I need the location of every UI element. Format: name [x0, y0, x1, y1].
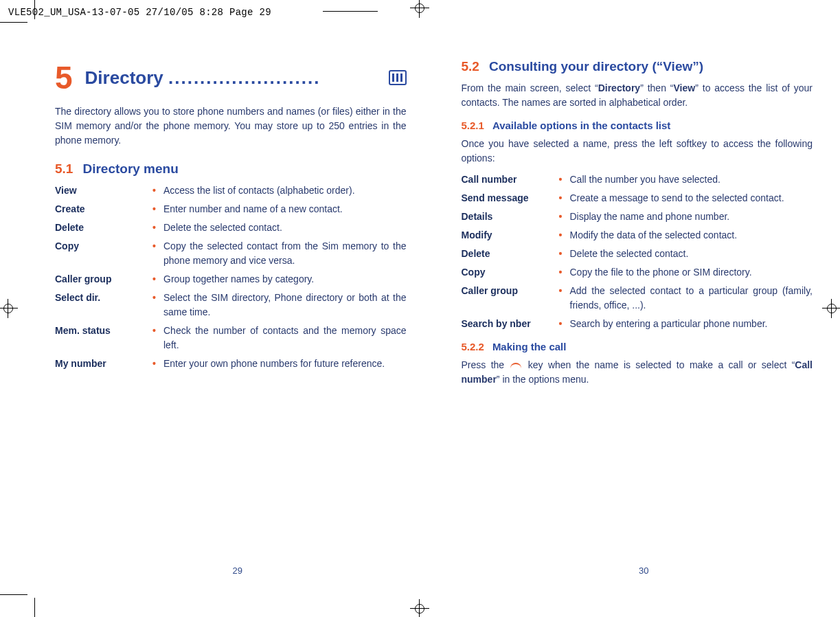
- list-item: Copy•Copy the selected contact from the …: [55, 239, 407, 268]
- term: Copy: [462, 265, 559, 280]
- description: Delete the selected contact.: [570, 247, 813, 261]
- list-item: Select dir.•Select the SIM directory, Ph…: [55, 291, 407, 319]
- bullet-icon: •: [559, 228, 570, 243]
- bullet-icon: •: [559, 284, 570, 298]
- list-item: Caller group•Group together names by cat…: [55, 272, 407, 287]
- term: Mem. status: [55, 324, 152, 338]
- registration-mark-bottom: [410, 599, 429, 617]
- term: Modify: [462, 228, 559, 243]
- prepress-slug: VLE502_UM_USA-13-07-05 27/10/05 8:28 Pag…: [8, 7, 271, 18]
- subsection-title: Available options in the contacts list: [492, 120, 671, 131]
- bullet-icon: •: [152, 239, 163, 254]
- term: My number: [55, 357, 152, 371]
- term: Delete: [55, 221, 152, 235]
- list-item: Search by nber•Search by entering a part…: [462, 317, 813, 331]
- page-number: 30: [462, 565, 827, 576]
- call-key-icon: [510, 363, 521, 368]
- bullet-icon: •: [559, 210, 570, 224]
- description: Access the list of contacts (alphabetic …: [163, 183, 407, 198]
- section-5-2-paragraph: From the main screen, select “Directory”…: [462, 81, 813, 110]
- list-item: Delete•Delete the selected contact.: [462, 247, 813, 261]
- bullet-icon: •: [152, 183, 163, 198]
- bullet-icon: •: [559, 317, 570, 331]
- list-item: Send message•Create a message to send to…: [462, 191, 813, 205]
- bullet-icon: •: [559, 265, 570, 280]
- subsection-5-2-1-paragraph: Once you have selected a name, press the…: [462, 137, 813, 166]
- section-title: Directory menu: [82, 161, 178, 176]
- description: Display the name and phone number.: [570, 210, 813, 224]
- bullet-icon: •: [152, 324, 163, 338]
- list-item: Caller group•Add the selected contact to…: [462, 284, 813, 313]
- list-item: My number•Enter your own phone numbers f…: [55, 357, 407, 371]
- chapter-title-text: Directory: [85, 67, 163, 88]
- bullet-icon: •: [152, 221, 163, 235]
- description: Search by entering a particular phone nu…: [570, 317, 813, 331]
- description: Copy the selected contact from the Sim m…: [163, 239, 407, 268]
- chapter-number: 5: [55, 62, 73, 93]
- description: Add the selected contact to a particular…: [570, 284, 813, 313]
- crop-mark: [0, 22, 27, 23]
- term: Select dir.: [55, 291, 152, 305]
- crop-mark: [34, 0, 35, 19]
- intro-paragraph: The directory allows you to store phone …: [55, 104, 407, 148]
- list-item: Copy•Copy the file to the phone or SIM d…: [462, 265, 813, 280]
- chapter-title: Directory ........................: [85, 67, 376, 89]
- slug-rule: [323, 11, 378, 12]
- subsection-number: 5.2.1: [462, 120, 484, 131]
- description: Copy the file to the phone or SIM direct…: [570, 265, 813, 280]
- page-spread: 5 Directory ........................ The…: [48, 48, 819, 576]
- description: Enter your own phone numbers for future …: [163, 357, 407, 371]
- subsection-title: Making the call: [492, 341, 567, 352]
- description: Select the SIM directory, Phone director…: [163, 291, 407, 319]
- description: Modify the data of the selected contact.: [570, 228, 813, 243]
- crop-mark: [0, 594, 27, 595]
- list-item: View•Access the list of contacts (alphab…: [55, 183, 407, 198]
- chapter-heading: 5 Directory ........................: [55, 62, 407, 93]
- description: Create a message to send to the selected…: [570, 191, 813, 205]
- page-left: 5 Directory ........................ The…: [48, 48, 413, 576]
- bullet-icon: •: [152, 202, 163, 216]
- subsection-5-2-2-heading: 5.2.2Making the call: [462, 341, 813, 352]
- section-5-1-heading: 5.1Directory menu: [55, 161, 407, 177]
- subsection-number: 5.2.2: [462, 341, 484, 352]
- term: Copy: [55, 239, 152, 254]
- page-number: 29: [55, 565, 420, 576]
- subsection-5-2-1-heading: 5.2.1Available options in the contacts l…: [462, 120, 813, 131]
- bullet-icon: •: [559, 247, 570, 261]
- description: Delete the selected contact.: [163, 221, 407, 235]
- term: Caller group: [55, 272, 152, 287]
- options-list: Call number•Call the number you have sel…: [462, 172, 813, 331]
- description: Call the number you have selected.: [570, 172, 813, 187]
- section-number: 5.2: [462, 59, 479, 74]
- section-5-2-heading: 5.2Consulting your directory (“View”): [462, 59, 813, 74]
- directory-icon: [389, 70, 407, 85]
- leader-dots: ........................: [168, 67, 320, 88]
- description: Group together names by category.: [163, 272, 407, 287]
- term: Search by nber: [462, 317, 559, 331]
- list-item: Create•Enter number and name of a new co…: [55, 202, 407, 216]
- term: Caller group: [462, 284, 559, 298]
- crop-mark: [34, 598, 35, 617]
- term: View: [55, 183, 152, 198]
- list-item: Modify•Modify the data of the selected c…: [462, 228, 813, 243]
- list-item: Details•Display the name and phone numbe…: [462, 210, 813, 224]
- page-right: 5.2Consulting your directory (“View”) Fr…: [455, 48, 820, 576]
- subsection-5-2-2-paragraph: Press the key when the name is selected …: [462, 358, 813, 387]
- bullet-icon: •: [152, 357, 163, 371]
- term: Create: [55, 202, 152, 216]
- section-number: 5.1: [55, 161, 73, 176]
- description: Enter number and name of a new contact.: [163, 202, 407, 216]
- bullet-icon: •: [152, 291, 163, 305]
- registration-mark-top: [410, 0, 429, 18]
- term: Delete: [462, 247, 559, 261]
- section-title: Consulting your directory (“View”): [489, 59, 703, 74]
- list-item: Delete•Delete the selected contact.: [55, 221, 407, 235]
- term: Call number: [462, 172, 559, 187]
- bullet-icon: •: [559, 172, 570, 187]
- list-item: Mem. status•Check the number of contacts…: [55, 324, 407, 352]
- registration-mark-right: [822, 299, 840, 318]
- term: Details: [462, 210, 559, 224]
- directory-menu-list: View•Access the list of contacts (alphab…: [55, 183, 407, 371]
- description: Check the number of contacts and the mem…: [163, 324, 407, 352]
- registration-mark-left: [0, 299, 18, 318]
